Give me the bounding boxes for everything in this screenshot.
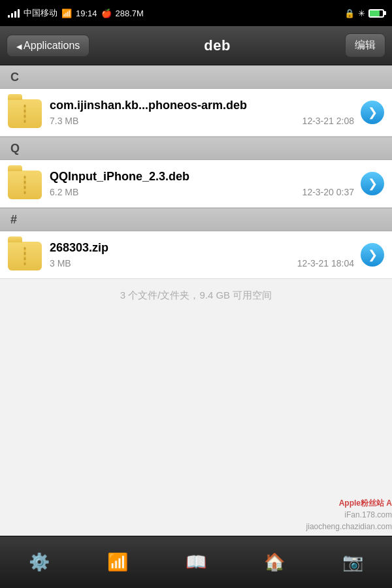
file-item[interactable]: QQInput_iPhone_2.3.deb 6.2 MB 12-3-20 0:… bbox=[0, 160, 392, 208]
tab-settings[interactable]: ⚙️ bbox=[29, 552, 50, 572]
watermark-line3: jiaocheng.chazidian.com bbox=[131, 521, 392, 532]
status-right: 🔒 ✳ bbox=[344, 8, 384, 18]
wifi-icon: 📶 bbox=[61, 8, 72, 18]
detail-arrow[interactable]: ❯ bbox=[361, 172, 384, 195]
section-header-c: C bbox=[0, 65, 392, 89]
section-header-q: Q bbox=[0, 137, 392, 160]
file-meta: 6.2 MB 12-3-20 0:37 bbox=[50, 187, 354, 197]
tab-wifi[interactable]: 📶 bbox=[107, 552, 128, 572]
file-meta: 7.3 MB 12-3-21 2:08 bbox=[50, 116, 354, 126]
file-info: QQInput_iPhone_2.3.deb 6.2 MB 12-3-20 0:… bbox=[50, 170, 354, 197]
edit-button[interactable]: 编辑 bbox=[345, 33, 385, 57]
status-left: 中国移动 📶 19:14 🍎 288.7M bbox=[8, 7, 144, 19]
tab-home[interactable]: 🏠 bbox=[264, 552, 285, 572]
signal-icon bbox=[8, 8, 20, 18]
tab-books[interactable]: 📖 bbox=[186, 552, 206, 572]
file-info: 268303.zip 3 MB 12-3-21 18:04 bbox=[50, 241, 354, 269]
bluetooth-icon: ✳ bbox=[358, 8, 365, 18]
file-folder-icon bbox=[8, 167, 42, 201]
watermark: Apple粉丝站 A iFan.178.com jiaocheng.chazid… bbox=[131, 497, 392, 532]
watermark-line1: Apple粉丝站 A bbox=[131, 497, 392, 509]
file-date: 12-3-21 18:04 bbox=[297, 258, 354, 269]
carrier-label: 中国移动 bbox=[24, 7, 57, 19]
file-name: QQInput_iPhone_2.3.deb bbox=[50, 170, 354, 184]
section-label-q: Q bbox=[10, 142, 20, 155]
status-bar: 中国移动 📶 19:14 🍎 288.7M 🔒 ✳ bbox=[0, 0, 392, 26]
file-folder-icon bbox=[8, 95, 42, 129]
file-meta: 3 MB 12-3-21 18:04 bbox=[50, 258, 354, 269]
file-size: 3 MB bbox=[50, 258, 71, 269]
file-name: com.ijinshan.kb...phoneos-arm.deb bbox=[50, 99, 354, 113]
file-info: com.ijinshan.kb...phoneos-arm.deb 7.3 MB… bbox=[50, 99, 354, 126]
section-label-hash: # bbox=[10, 213, 17, 227]
watermark-line2: iFan.178.com bbox=[131, 509, 392, 521]
apple-icon: 🍎 bbox=[101, 8, 112, 18]
section-header-hash: # bbox=[0, 208, 392, 231]
file-size: 6.2 MB bbox=[50, 187, 78, 197]
lock-icon: 🔒 bbox=[344, 8, 355, 18]
nav-title: deb bbox=[204, 37, 231, 54]
file-date: 12-3-21 2:08 bbox=[302, 116, 354, 126]
file-date: 12-3-20 0:37 bbox=[302, 187, 354, 197]
battery-icon bbox=[368, 9, 384, 18]
file-folder-icon bbox=[8, 238, 42, 272]
section-label-c: C bbox=[10, 71, 19, 84]
file-size: 7.3 MB bbox=[50, 116, 78, 126]
footer-text: 3 个文件/文件夹，9.4 GB 可用空间 bbox=[120, 289, 272, 301]
memory-label: 288.7M bbox=[116, 8, 144, 18]
detail-arrow[interactable]: ❯ bbox=[361, 243, 384, 267]
file-item[interactable]: com.ijinshan.kb...phoneos-arm.deb 7.3 MB… bbox=[0, 89, 392, 137]
footer-info: 3 个文件/文件夹，9.4 GB 可用空间 bbox=[0, 279, 392, 312]
file-name: 268303.zip bbox=[50, 241, 354, 255]
tab-bar: ⚙️ 📶 📖 🏠 📷 bbox=[0, 536, 392, 588]
back-button[interactable]: Applications bbox=[7, 35, 90, 57]
tab-camera[interactable]: 📷 bbox=[342, 552, 363, 572]
nav-bar: Applications deb 编辑 bbox=[0, 26, 392, 65]
file-item[interactable]: 268303.zip 3 MB 12-3-21 18:04 ❯ bbox=[0, 231, 392, 279]
time-label: 19:14 bbox=[76, 8, 97, 18]
detail-arrow[interactable]: ❯ bbox=[361, 101, 384, 124]
